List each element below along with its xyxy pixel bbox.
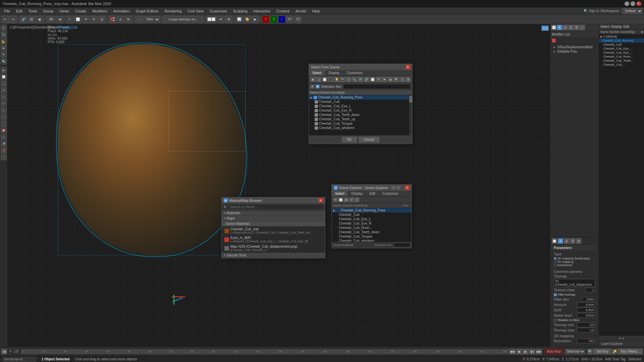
menu-animation[interactable]: Animation <box>111 8 132 14</box>
params-tab-1[interactable]: ⬜ <box>552 238 557 244</box>
sfs-icon-11[interactable]: ⬜ <box>370 77 375 82</box>
render-setup[interactable]: 🎥 <box>135 16 143 23</box>
rp-scroll[interactable]: ◄ ► <box>599 336 644 341</box>
rotate-button[interactable]: ↻ <box>90 16 98 23</box>
se-row-whiskers[interactable]: Cheetah_Cub_whiskers <box>332 239 412 242</box>
rp-edit-tab[interactable]: Edit <box>624 25 629 28</box>
unlink-button[interactable]: ⛓ <box>28 16 35 23</box>
se-row-running-pose[interactable]: ▶ Cheetah_Cub_Running_Pose <box>332 208 412 213</box>
filter-dropdown[interactable]: All <box>46 16 63 23</box>
params-tab-2[interactable]: ≡ <box>558 238 563 244</box>
sfs-item-teeth-up[interactable]: Cheetah_Cub_Teeth_up <box>309 117 409 121</box>
rp-close-btn[interactable]: ✕ <box>641 30 643 34</box>
sidebar-motion[interactable]: ▶ <box>1 45 7 51</box>
sfs-selection-input[interactable] <box>343 84 411 89</box>
mat-row-eyes-mat[interactable]: Eyes_m_MAT ( VRayMtl ) [Cheetah_Cub_Eye_… <box>222 235 325 244</box>
rp-row-eye-r[interactable]: Cheetah_Cub_Eye_... <box>599 51 644 55</box>
sidebar-icon-12[interactable]: 🔎 <box>1 141 7 147</box>
snaps-toggle[interactable]: 🧲 <box>109 16 116 23</box>
mat-browser-close[interactable]: ✕ <box>318 198 323 203</box>
play-prev[interactable]: ◀◀ <box>509 349 515 354</box>
type-subdiv-option[interactable]: Subdivision <box>554 263 595 267</box>
rp-row-cub[interactable]: Cheetah_Cub <box>599 43 644 47</box>
timeline-goto-start[interactable]: |◀ <box>1 349 7 354</box>
select-region-button[interactable]: ⬜ <box>74 16 82 23</box>
relative-bbox-checkbox[interactable] <box>554 319 557 322</box>
mat-section-materials[interactable]: + Materials <box>222 210 325 216</box>
menu-edit[interactable]: Edit <box>13 8 25 14</box>
play-prev-frame[interactable]: ◀ <box>516 349 522 354</box>
modifier-item-vray[interactable]: ► VRayDisplacementMod <box>552 45 597 49</box>
sfs-sel-icon[interactable]: ✕ <box>310 84 314 88</box>
texmap-value[interactable]: S5 (Cheetah_Cub_displaceme <box>554 279 595 287</box>
key-filters-btn[interactable]: Key Filters... <box>618 349 643 354</box>
timeline-bar[interactable]: 0 10 20 30 40 50 60 70 80 90 100 110 120… <box>21 349 508 354</box>
play-button[interactable]: ▶ <box>523 349 529 354</box>
rp-select-tab[interactable]: Select <box>600 25 610 28</box>
menu-file[interactable]: File <box>1 8 13 14</box>
sfs-scrollbar[interactable] <box>409 95 412 135</box>
sidebar-icon-14[interactable]: ? <box>1 154 7 160</box>
se-row-cub[interactable]: Cheetah_Cub <box>332 213 412 217</box>
se-row-running[interactable]: Cheetah_Cub_Runn... <box>332 226 412 230</box>
mod-icon-2[interactable]: ✎ <box>557 25 562 30</box>
sfs-tab-customize[interactable]: Customize <box>343 70 366 76</box>
sfs-item-cub[interactable]: Cheetah_Cub <box>309 100 409 104</box>
menu-group[interactable]: Group <box>40 8 56 14</box>
se-sel-set-input[interactable] <box>393 243 410 247</box>
sidebar-icon-10[interactable]: 🎯 <box>1 127 7 133</box>
se-row-eye-r[interactable]: Cheetah_Cub_Eye_R <box>332 221 412 226</box>
se-row-eye-l[interactable]: Cheetah_Cub_Eye_L <box>332 217 412 221</box>
sfs-icon-14[interactable]: ◑ <box>388 77 393 82</box>
texture-chan-input[interactable] <box>585 288 595 292</box>
sfs-icon-8[interactable]: 🔧 <box>352 77 357 82</box>
sfs-close[interactable]: ✕ <box>406 65 410 69</box>
maximize-button[interactable]: □ <box>631 1 635 6</box>
se-tool-5[interactable]: ⬡ <box>355 197 359 202</box>
play-next-frame[interactable]: ▶| <box>529 349 535 354</box>
scale-button[interactable]: ⊡ <box>98 16 106 23</box>
sidebar-icon-1[interactable]: ◉ <box>1 67 7 73</box>
sidebar-modify[interactable]: 🔧 <box>1 32 7 38</box>
se-row-teeth-down[interactable]: Cheetah_Cub_Teeth_down <box>332 230 412 234</box>
redo-button[interactable]: ↪ <box>9 16 17 23</box>
menu-tools[interactable]: Tools <box>26 8 40 14</box>
menu-scripting[interactable]: Scripting <box>230 8 250 14</box>
viewport[interactable]: [+][Perspective][Standard][Edged Faces] … <box>7 24 550 347</box>
material-editor-btn[interactable]: 🎨 <box>244 16 251 23</box>
sfs-tab-select[interactable]: Select <box>309 70 325 76</box>
sfs-icon-16[interactable]: ⬡ <box>399 77 405 82</box>
undo-button[interactable]: ↩ <box>1 16 9 23</box>
se-tool-2[interactable]: ⬜ <box>338 197 343 202</box>
sidebar-icon-2[interactable]: ⬜ <box>1 74 7 80</box>
menu-rendering[interactable]: Rendering <box>162 8 184 14</box>
sfs-cancel-btn[interactable]: Cancel <box>359 137 379 142</box>
menu-views[interactable]: Views <box>57 8 72 14</box>
sidebar-icon-3[interactable]: △ <box>1 80 7 86</box>
menu-help[interactable]: Help <box>310 8 323 14</box>
texmap-min-input[interactable] <box>577 322 595 327</box>
sidebar-icon-6[interactable]: ↪ <box>1 101 7 107</box>
mat-search-input[interactable] <box>228 204 324 209</box>
sfs-icon-6[interactable]: 📷 <box>340 77 345 82</box>
mod-icon-5[interactable]: ⚙ <box>574 25 579 30</box>
sfs-icon-7[interactable]: ⬡ <box>346 77 352 82</box>
close-button[interactable]: ✕ <box>637 1 641 6</box>
sfs-icon-12[interactable]: ✕ <box>376 77 381 82</box>
rp-row-misc[interactable]: Cheetah_Cub_... <box>599 63 644 67</box>
sidebar-display[interactable]: 👁 <box>1 52 7 58</box>
view-dropdown[interactable]: View <box>143 16 160 23</box>
sfs-icon-5[interactable]: 💡 <box>334 77 339 82</box>
type-3d-option[interactable]: 3D mapping <box>554 260 595 263</box>
se-tab-customize[interactable]: Customize <box>379 191 402 196</box>
se-tab-display[interactable]: Display <box>348 191 366 196</box>
sfs-icon-2[interactable]: △ <box>316 77 322 82</box>
vp-persp-btn[interactable]: img <box>541 25 549 31</box>
se-tool-4[interactable]: ≡ <box>349 197 354 202</box>
sfs-icon-9[interactable]: ⛩ <box>358 77 363 82</box>
mat-row-cheetah-mat[interactable]: Cheetah_Cub_mat ( VRayFastSSS2 ) [Cheeta… <box>222 227 325 235</box>
percent-snap[interactable]: % <box>125 16 132 23</box>
resolution-input[interactable] <box>577 339 595 343</box>
sfs-icon-17[interactable]: ⊕ <box>406 77 411 82</box>
menu-interactive[interactable]: Interactive <box>251 8 273 14</box>
